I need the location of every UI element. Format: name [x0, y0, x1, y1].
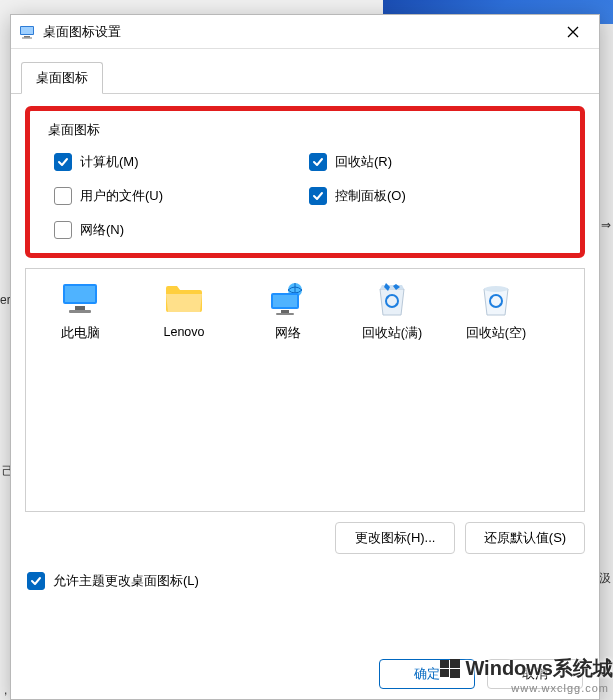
dialog-content: 桌面图标 计算机(M) 回收站(R) [11, 94, 599, 598]
svg-point-14 [484, 286, 508, 292]
app-icon [19, 24, 35, 40]
svg-rect-5 [65, 286, 95, 302]
icon-lenovo[interactable]: Lenovo [132, 277, 236, 339]
svg-rect-10 [273, 295, 297, 307]
svg-rect-2 [24, 36, 30, 38]
close-button[interactable] [551, 17, 595, 47]
highlighted-checkbox-group: 桌面图标 计算机(M) 回收站(R) [25, 106, 585, 258]
desktop-icon-settings-dialog: 桌面图标设置 桌面图标 桌面图标 计算机(M) [10, 14, 600, 700]
theme-permission-row: 允许主题更改桌面图标(L) [25, 572, 585, 590]
titlebar: 桌面图标设置 [11, 15, 599, 49]
restore-default-button[interactable]: 还原默认值(S) [465, 522, 585, 554]
icon-preview-list: 此电脑 Lenovo [25, 268, 585, 512]
checkbox-control[interactable] [309, 187, 327, 205]
svg-rect-3 [22, 37, 32, 38]
icon-action-buttons: 更改图标(H)... 还原默认值(S) [25, 522, 585, 554]
checkbox-network-label: 网络(N) [80, 221, 124, 239]
svg-rect-11 [281, 310, 289, 313]
checkbox-recycle-row: 回收站(R) [309, 153, 554, 171]
checkbox-computer-row: 计算机(M) [54, 153, 299, 171]
svg-rect-1 [21, 27, 33, 34]
bg-text-fragment: 汲 [599, 570, 611, 587]
change-icon-button[interactable]: 更改图标(H)... [335, 522, 455, 554]
icon-recycle-full[interactable]: 回收站(满) [340, 277, 444, 342]
svg-rect-6 [75, 306, 85, 310]
tab-strip: 桌面图标 [11, 49, 599, 94]
checkbox-allow-theme[interactable] [27, 572, 45, 590]
checkbox-control-row: 控制面板(O) [309, 187, 554, 205]
checkbox-recycle[interactable] [309, 153, 327, 171]
cancel-button[interactable]: 取消 [487, 659, 583, 689]
icon-this-pc[interactable]: 此电脑 [28, 277, 132, 342]
checkbox-computer-label: 计算机(M) [80, 153, 139, 171]
checkbox-network-row: 网络(N) [54, 221, 299, 239]
icon-network-label: 网络 [236, 325, 340, 342]
svg-rect-7 [69, 310, 91, 313]
icon-recycle-empty-label: 回收站(空) [444, 325, 548, 342]
checkbox-recycle-label: 回收站(R) [335, 153, 392, 171]
background-right-strip [599, 24, 613, 700]
bg-text-fragment: ⇒ [601, 218, 611, 232]
close-icon [567, 26, 579, 38]
bg-text-fragment: , [4, 683, 7, 697]
checkbox-computer[interactable] [54, 153, 72, 171]
icon-recycle-full-label: 回收站(满) [340, 325, 444, 342]
checkbox-allow-theme-label: 允许主题更改桌面图标(L) [53, 572, 199, 590]
checkbox-userfiles[interactable] [54, 187, 72, 205]
icon-lenovo-label: Lenovo [132, 325, 236, 339]
checkbox-control-label: 控制面板(O) [335, 187, 406, 205]
dialog-button-row: 确定 取消 [379, 659, 583, 689]
icon-network[interactable]: 网络 [236, 277, 340, 342]
recycle-full-icon [372, 279, 412, 319]
icon-this-pc-label: 此电脑 [28, 325, 132, 342]
folder-icon [164, 279, 204, 319]
checkbox-network[interactable] [54, 221, 72, 239]
monitor-icon [60, 279, 100, 319]
checkbox-userfiles-label: 用户的文件(U) [80, 187, 163, 205]
recycle-empty-icon [476, 279, 516, 319]
tab-desktop-icons[interactable]: 桌面图标 [21, 62, 103, 94]
icon-recycle-empty[interactable]: 回收站(空) [444, 277, 548, 342]
checkbox-grid: 计算机(M) 回收站(R) 用户的文件(U) [30, 153, 574, 239]
network-icon [268, 279, 308, 319]
window-title: 桌面图标设置 [43, 23, 551, 41]
svg-rect-12 [276, 313, 294, 315]
ok-button[interactable]: 确定 [379, 659, 475, 689]
checkbox-userfiles-row: 用户的文件(U) [54, 187, 299, 205]
group-title: 桌面图标 [30, 121, 574, 139]
